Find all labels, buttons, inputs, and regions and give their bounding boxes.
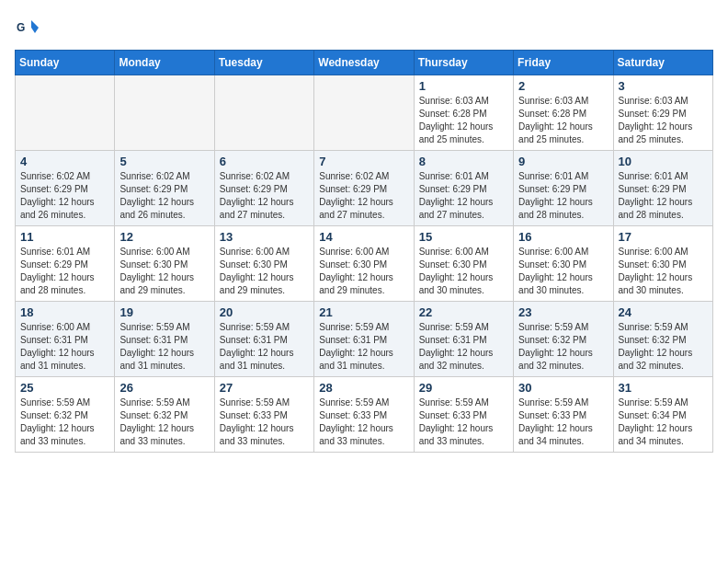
day-info: Sunrise: 5:59 AM Sunset: 6:32 PM Dayligh… bbox=[119, 396, 209, 448]
day-number: 17 bbox=[619, 230, 708, 244]
day-number: 28 bbox=[319, 381, 408, 395]
day-info: Sunrise: 6:00 AM Sunset: 6:30 PM Dayligh… bbox=[119, 246, 209, 297]
day-number: 21 bbox=[319, 305, 408, 319]
calendar-week-row: 11Sunrise: 6:01 AM Sunset: 6:29 PM Dayli… bbox=[16, 226, 713, 302]
table-row: 8Sunrise: 6:01 AM Sunset: 6:29 PM Daylig… bbox=[414, 151, 513, 226]
calendar-header-row: SundayMondayTuesdayWednesdayThursdayFrid… bbox=[16, 51, 713, 75]
column-header-friday: Friday bbox=[514, 51, 613, 75]
day-info: Sunrise: 6:00 AM Sunset: 6:30 PM Dayligh… bbox=[220, 246, 309, 297]
table-row: 19Sunrise: 5:59 AM Sunset: 6:31 PM Dayli… bbox=[115, 302, 214, 377]
day-number: 25 bbox=[20, 381, 109, 395]
day-info: Sunrise: 6:03 AM Sunset: 6:29 PM Dayligh… bbox=[619, 95, 708, 146]
day-number: 15 bbox=[419, 230, 508, 244]
day-number: 23 bbox=[518, 305, 608, 319]
day-number: 30 bbox=[518, 381, 608, 395]
table-row bbox=[16, 75, 115, 151]
table-row: 23Sunrise: 5:59 AM Sunset: 6:32 PM Dayli… bbox=[514, 302, 613, 377]
day-info: Sunrise: 6:02 AM Sunset: 6:29 PM Dayligh… bbox=[20, 170, 109, 222]
day-number: 24 bbox=[619, 305, 708, 319]
day-number: 2 bbox=[518, 79, 608, 93]
column-header-wednesday: Wednesday bbox=[314, 51, 414, 75]
calendar-week-row: 18Sunrise: 6:00 AM Sunset: 6:31 PM Dayli… bbox=[16, 302, 713, 377]
day-number: 10 bbox=[619, 155, 708, 168]
calendar-week-row: 25Sunrise: 5:59 AM Sunset: 6:32 PM Dayli… bbox=[16, 377, 713, 453]
day-number: 9 bbox=[518, 155, 608, 168]
table-row: 12Sunrise: 6:00 AM Sunset: 6:30 PM Dayli… bbox=[115, 226, 214, 302]
day-number: 5 bbox=[119, 155, 209, 168]
svg-marker-1 bbox=[31, 20, 39, 28]
day-info: Sunrise: 6:03 AM Sunset: 6:28 PM Dayligh… bbox=[518, 95, 608, 146]
table-row bbox=[314, 75, 414, 151]
day-info: Sunrise: 5:59 AM Sunset: 6:31 PM Dayligh… bbox=[419, 321, 508, 373]
column-header-sunday: Sunday bbox=[16, 51, 115, 75]
column-header-monday: Monday bbox=[115, 51, 214, 75]
column-header-tuesday: Tuesday bbox=[214, 51, 313, 75]
table-row: 22Sunrise: 5:59 AM Sunset: 6:31 PM Dayli… bbox=[414, 302, 513, 377]
table-row: 3Sunrise: 6:03 AM Sunset: 6:29 PM Daylig… bbox=[613, 75, 712, 151]
table-row: 13Sunrise: 6:00 AM Sunset: 6:30 PM Dayli… bbox=[214, 226, 313, 302]
day-info: Sunrise: 5:59 AM Sunset: 6:33 PM Dayligh… bbox=[220, 396, 309, 448]
day-info: Sunrise: 5:59 AM Sunset: 6:31 PM Dayligh… bbox=[319, 321, 408, 373]
column-header-saturday: Saturday bbox=[613, 51, 712, 75]
table-row: 6Sunrise: 6:02 AM Sunset: 6:29 PM Daylig… bbox=[214, 151, 313, 226]
table-row: 10Sunrise: 6:01 AM Sunset: 6:29 PM Dayli… bbox=[613, 151, 712, 226]
table-row: 5Sunrise: 6:02 AM Sunset: 6:29 PM Daylig… bbox=[115, 151, 214, 226]
table-row: 28Sunrise: 5:59 AM Sunset: 6:33 PM Dayli… bbox=[314, 377, 414, 453]
day-number: 18 bbox=[20, 305, 109, 319]
day-info: Sunrise: 6:02 AM Sunset: 6:29 PM Dayligh… bbox=[119, 170, 209, 222]
day-info: Sunrise: 6:00 AM Sunset: 6:30 PM Dayligh… bbox=[419, 246, 508, 297]
day-info: Sunrise: 6:00 AM Sunset: 6:31 PM Dayligh… bbox=[20, 321, 109, 373]
table-row: 25Sunrise: 5:59 AM Sunset: 6:32 PM Dayli… bbox=[16, 377, 115, 453]
day-number: 19 bbox=[119, 305, 209, 319]
day-info: Sunrise: 5:59 AM Sunset: 6:33 PM Dayligh… bbox=[319, 396, 408, 448]
svg-marker-2 bbox=[31, 28, 39, 33]
day-info: Sunrise: 6:02 AM Sunset: 6:29 PM Dayligh… bbox=[319, 170, 408, 222]
day-info: Sunrise: 5:59 AM Sunset: 6:32 PM Dayligh… bbox=[619, 321, 708, 373]
table-row: 16Sunrise: 6:00 AM Sunset: 6:30 PM Dayli… bbox=[514, 226, 613, 302]
day-number: 8 bbox=[419, 155, 508, 168]
day-number: 26 bbox=[119, 381, 209, 395]
table-row: 20Sunrise: 5:59 AM Sunset: 6:31 PM Dayli… bbox=[214, 302, 313, 377]
day-info: Sunrise: 6:01 AM Sunset: 6:29 PM Dayligh… bbox=[518, 170, 608, 222]
day-info: Sunrise: 6:00 AM Sunset: 6:30 PM Dayligh… bbox=[319, 246, 408, 297]
day-info: Sunrise: 5:59 AM Sunset: 6:34 PM Dayligh… bbox=[619, 396, 708, 448]
svg-text:G: G bbox=[17, 21, 25, 34]
day-number: 13 bbox=[220, 230, 309, 244]
day-info: Sunrise: 5:59 AM Sunset: 6:33 PM Dayligh… bbox=[518, 396, 608, 448]
day-info: Sunrise: 6:01 AM Sunset: 6:29 PM Dayligh… bbox=[619, 170, 708, 222]
day-info: Sunrise: 6:02 AM Sunset: 6:29 PM Dayligh… bbox=[220, 170, 309, 222]
table-row: 15Sunrise: 6:00 AM Sunset: 6:30 PM Dayli… bbox=[414, 226, 513, 302]
day-info: Sunrise: 6:03 AM Sunset: 6:28 PM Dayligh… bbox=[419, 95, 508, 146]
day-number: 16 bbox=[518, 230, 608, 244]
table-row bbox=[115, 75, 214, 151]
table-row: 29Sunrise: 5:59 AM Sunset: 6:33 PM Dayli… bbox=[414, 377, 513, 453]
table-row: 2Sunrise: 6:03 AM Sunset: 6:28 PM Daylig… bbox=[514, 75, 613, 151]
table-row: 1Sunrise: 6:03 AM Sunset: 6:28 PM Daylig… bbox=[414, 75, 513, 151]
day-number: 27 bbox=[220, 381, 309, 395]
day-info: Sunrise: 5:59 AM Sunset: 6:33 PM Dayligh… bbox=[419, 396, 508, 448]
table-row: 7Sunrise: 6:02 AM Sunset: 6:29 PM Daylig… bbox=[314, 151, 414, 226]
day-number: 20 bbox=[220, 305, 309, 319]
day-number: 12 bbox=[119, 230, 209, 244]
table-row: 11Sunrise: 6:01 AM Sunset: 6:29 PM Dayli… bbox=[16, 226, 115, 302]
day-info: Sunrise: 6:01 AM Sunset: 6:29 PM Dayligh… bbox=[419, 170, 508, 222]
day-info: Sunrise: 6:00 AM Sunset: 6:30 PM Dayligh… bbox=[619, 246, 708, 297]
day-number: 6 bbox=[220, 155, 309, 168]
table-row: 17Sunrise: 6:00 AM Sunset: 6:30 PM Dayli… bbox=[613, 226, 712, 302]
day-number: 3 bbox=[619, 79, 708, 93]
table-row: 24Sunrise: 5:59 AM Sunset: 6:32 PM Dayli… bbox=[613, 302, 712, 377]
logo: G bbox=[15, 15, 44, 40]
table-row: 26Sunrise: 5:59 AM Sunset: 6:32 PM Dayli… bbox=[115, 377, 214, 453]
table-row: 21Sunrise: 5:59 AM Sunset: 6:31 PM Dayli… bbox=[314, 302, 414, 377]
column-header-thursday: Thursday bbox=[414, 51, 513, 75]
day-number: 1 bbox=[419, 79, 508, 93]
day-number: 7 bbox=[319, 155, 408, 168]
day-number: 29 bbox=[419, 381, 508, 395]
table-row: 27Sunrise: 5:59 AM Sunset: 6:33 PM Dayli… bbox=[214, 377, 313, 453]
table-row: 31Sunrise: 5:59 AM Sunset: 6:34 PM Dayli… bbox=[613, 377, 712, 453]
table-row: 4Sunrise: 6:02 AM Sunset: 6:29 PM Daylig… bbox=[16, 151, 115, 226]
calendar-table: SundayMondayTuesdayWednesdayThursdayFrid… bbox=[15, 50, 713, 453]
calendar-week-row: 1Sunrise: 6:03 AM Sunset: 6:28 PM Daylig… bbox=[16, 75, 713, 151]
day-number: 31 bbox=[619, 381, 708, 395]
day-info: Sunrise: 6:01 AM Sunset: 6:29 PM Dayligh… bbox=[20, 246, 109, 297]
